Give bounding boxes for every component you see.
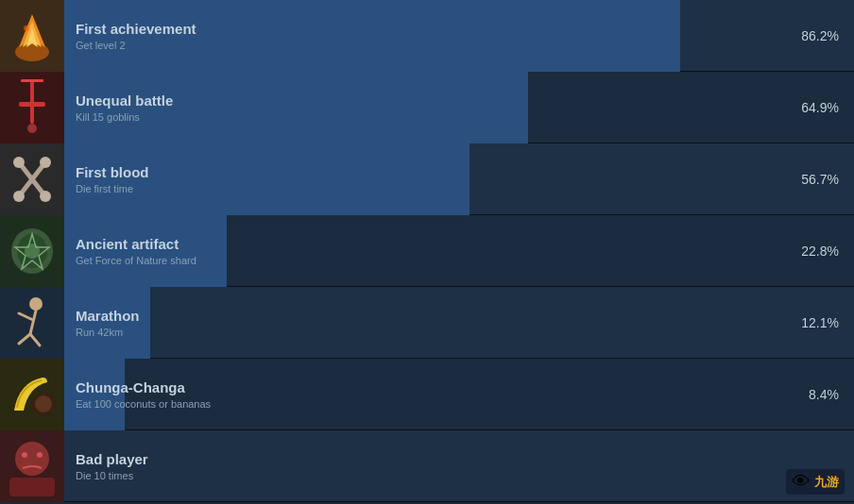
achievement-text: Ancient artifactGet Force of Nature shar… — [76, 236, 767, 266]
svg-point-16 — [13, 191, 25, 202]
achievement-icon-marathon — [0, 287, 64, 359]
svg-point-15 — [40, 157, 51, 168]
achievement-title: Chunga-Changa — [76, 379, 767, 395]
svg-point-14 — [13, 157, 25, 168]
achievement-percent: 86.2% — [778, 28, 854, 43]
achievement-description: Run 42km — [76, 327, 767, 338]
achievement-percent: 64.9% — [778, 100, 854, 115]
achievement-content-first-achievement: First achievementGet level 2 — [64, 0, 778, 72]
achievement-icon-ancient-artifact — [0, 215, 64, 287]
achievement-row: Bad playerDie 10 times — [0, 430, 854, 502]
achievement-content-chunga-changa: Chunga-ChangaEat 100 coconuts or bananas — [64, 359, 778, 430]
achievement-description: Kill 15 goblins — [76, 111, 767, 123]
svg-point-21 — [25, 244, 40, 259]
svg-rect-36 — [9, 478, 55, 496]
svg-rect-29 — [0, 359, 64, 430]
achievement-description: Get Force of Nature shard — [76, 255, 767, 266]
achievement-percent: 8.4% — [778, 387, 854, 402]
achievement-row: MarathonRun 42km12.1% — [0, 287, 854, 359]
watermark-text: 九游 — [814, 474, 839, 491]
achievement-row: First achievementGet level 286.2% — [0, 0, 854, 72]
achievement-text: Unequal battleKill 15 goblins — [76, 92, 767, 123]
svg-rect-8 — [19, 102, 45, 107]
achievement-percent: 22.8% — [778, 244, 854, 259]
achievement-description: Die first time — [76, 183, 767, 194]
achievement-content-first-blood: First bloodDie first time — [64, 143, 778, 215]
achievement-icon-unequal-battle — [0, 72, 64, 143]
achievement-icon-chunga-changa — [0, 359, 64, 430]
achievement-text: First achievementGet level 2 — [76, 21, 767, 51]
achievement-content-bad-player: Bad playerDie 10 times — [64, 430, 778, 502]
achievement-text: Bad playerDie 10 times — [76, 451, 767, 481]
achievement-content-unequal-battle: Unequal battleKill 15 goblins — [64, 72, 778, 143]
achievement-title: First achievement — [76, 21, 767, 37]
svg-point-5 — [24, 25, 29, 31]
achievement-icon-first-achievement — [0, 0, 64, 72]
achievement-icon-bad-player — [0, 430, 64, 502]
achievement-text: MarathonRun 42km — [76, 308, 767, 338]
achievement-description: Die 10 times — [76, 470, 767, 481]
achievement-title: Unequal battle — [76, 92, 767, 109]
svg-point-33 — [15, 442, 49, 476]
achievement-percent: 12.1% — [778, 315, 854, 330]
svg-point-34 — [22, 452, 27, 458]
achievement-text: Chunga-ChangaEat 100 coconuts or bananas — [76, 379, 767, 410]
svg-point-31 — [35, 395, 52, 412]
achievement-title: Marathon — [76, 308, 767, 324]
achievement-title: Ancient artifact — [76, 236, 767, 252]
achievement-row: Ancient artifactGet Force of Nature shar… — [0, 215, 854, 287]
svg-point-17 — [40, 191, 51, 202]
achievement-text: First bloodDie first time — [76, 164, 767, 194]
svg-point-9 — [27, 124, 37, 133]
achievement-content-ancient-artifact: Ancient artifactGet Force of Nature shar… — [64, 215, 778, 287]
svg-point-24 — [29, 297, 43, 311]
svg-rect-10 — [21, 79, 43, 82]
achievement-row: Chunga-ChangaEat 100 coconuts or bananas… — [0, 359, 854, 430]
achievement-content-marathon: MarathonRun 42km — [64, 287, 778, 359]
achievement-icon-first-blood — [0, 143, 64, 215]
watermark: 👁 九游 — [786, 469, 845, 495]
achievement-percent: 56.7% — [778, 172, 854, 187]
svg-point-35 — [37, 452, 43, 458]
achievement-description: Get level 2 — [76, 40, 767, 51]
achievement-title: Bad player — [76, 451, 767, 467]
achievements-container: First achievementGet level 286.2% Unequa… — [0, 0, 854, 502]
achievement-description: Eat 100 coconuts or bananas — [76, 398, 767, 410]
achievement-row: Unequal battleKill 15 goblins64.9% — [0, 72, 854, 143]
achievement-title: First blood — [76, 164, 767, 180]
achievement-row: First bloodDie first time56.7% — [0, 143, 854, 215]
